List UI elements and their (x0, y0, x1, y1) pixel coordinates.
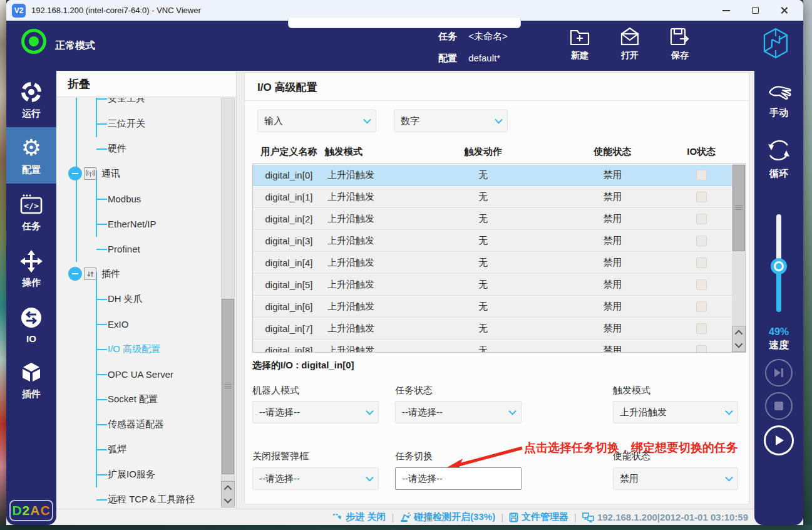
tree-item[interactable]: ExIO (56, 311, 220, 336)
io-state-checkbox[interactable] (696, 214, 707, 224)
save-button[interactable]: 保存 (657, 26, 702, 61)
cycle-mode-button[interactable]: 循环 (754, 137, 803, 180)
stop-icon (774, 401, 784, 411)
tree-item[interactable]: 传感器适配器 (56, 412, 220, 437)
io-direction-select[interactable]: 输入 (257, 110, 376, 132)
tree-item-label: Socket 配置 (108, 393, 158, 405)
speed-slider[interactable] (754, 214, 803, 312)
cell-trigger-mode: 上升沿触发 (325, 252, 411, 273)
io-state-checkbox[interactable] (696, 192, 707, 202)
file-manager-button[interactable]: 文件管理器 (509, 511, 568, 523)
nav-item-config[interactable]: ⚙ 配置 (6, 127, 56, 184)
collapse-toggle-icon[interactable] (68, 167, 82, 180)
table-row[interactable]: digital_in[0] 上升沿触发 无 禁用 (253, 164, 732, 186)
task-code-icon: </> (19, 192, 44, 217)
cell-trigger-mode: 上升沿触发 (325, 164, 411, 185)
step-play-button[interactable] (765, 359, 793, 387)
connection-status[interactable]: 192.168.1.200|2012-01-01 03:10:59 (582, 512, 748, 522)
tree-item[interactable]: EtherNet/IP (56, 211, 220, 236)
cell-trigger-action: 无 (411, 230, 555, 251)
vnc-toolbar-tab[interactable] (288, 18, 521, 28)
play-button[interactable] (764, 425, 794, 455)
table-row[interactable]: digital_in[8] 上升沿触发 无 禁用 (253, 340, 732, 353)
robot-mode-select[interactable]: --请选择-- (252, 401, 379, 423)
tree-item[interactable]: 扩展IO服务 (56, 462, 220, 487)
nav-item-run[interactable]: 运行 (6, 71, 56, 127)
config-name-value: default* (468, 53, 500, 63)
cell-io-name: digital_in[0] (253, 164, 325, 185)
io-state-checkbox[interactable] (696, 279, 707, 290)
minimize-button[interactable] (712, 0, 741, 21)
scroll-up-icon[interactable] (222, 482, 234, 494)
nav-item-task[interactable]: </> 任务 (6, 184, 56, 240)
table-row[interactable]: digital_in[6] 上升沿触发 无 禁用 (253, 296, 732, 318)
scroll-down-icon[interactable] (222, 494, 234, 507)
scroll-up-icon[interactable] (732, 326, 745, 339)
tree-item[interactable]: 通讯 (56, 161, 220, 186)
new-button[interactable]: 新建 (557, 26, 602, 61)
tree-item[interactable]: Modbus (56, 186, 220, 211)
table-scrollbar-thumb[interactable] (732, 165, 745, 251)
table-row[interactable]: digital_in[4] 上升沿触发 无 禁用 (253, 252, 732, 274)
scroll-down-icon[interactable] (732, 339, 745, 351)
nav-item-io[interactable]: IO (6, 296, 56, 351)
tree-item[interactable]: 三位开关 (56, 111, 220, 136)
tree-node-icon (84, 268, 96, 280)
stop-button[interactable] (765, 392, 793, 420)
table-row[interactable]: digital_in[3] 上升沿触发 无 禁用 (253, 230, 732, 252)
step-mode-status[interactable]: 步进 关闭 (332, 511, 386, 523)
tree-scrollbar-thumb[interactable] (222, 299, 234, 474)
separator: | (574, 512, 577, 522)
collapse-all-button[interactable]: 折叠 (56, 71, 236, 97)
table-row[interactable]: digital_in[7] 上升沿触发 无 禁用 (253, 318, 732, 340)
table-row[interactable]: digital_in[2] 上升沿触发 无 禁用 (253, 208, 732, 230)
cell-trigger-mode: 上升沿触发 (325, 296, 411, 317)
collision-detect-status[interactable]: 碰撞检测开启(33%) (399, 511, 495, 523)
io-state-checkbox[interactable] (696, 170, 707, 180)
close-button[interactable] (769, 0, 798, 21)
tree-item-label: 硬件 (108, 143, 126, 155)
collapse-toggle-icon[interactable] (68, 267, 82, 281)
tree-item[interactable]: I/O 高级配置 (56, 336, 220, 361)
table-row[interactable]: digital_in[1] 上升沿触发 无 禁用 (253, 186, 732, 208)
tree-item[interactable]: DH 夹爪 (56, 286, 220, 311)
tree-item[interactable]: 插件 (56, 261, 220, 286)
enable-state-value: 禁用 (620, 473, 639, 485)
manual-mode-button[interactable]: 手动 (754, 71, 803, 119)
nav-item-plugin[interactable]: 插件 (6, 351, 56, 408)
table-row[interactable]: digital_in[5] 上升沿触发 无 禁用 (253, 274, 732, 296)
cell-trigger-mode: 上升沿触发 (325, 318, 411, 339)
tree-item[interactable]: 安全工具 (56, 98, 220, 111)
tree-item[interactable]: 硬件 (56, 136, 220, 161)
tree-item-label: Profinet (108, 244, 140, 254)
tree-item[interactable]: 弧焊 (56, 437, 220, 462)
brand-logo-icon (762, 27, 789, 62)
io-state-checkbox[interactable] (696, 323, 707, 334)
tree-item[interactable]: Socket 配置 (56, 387, 220, 412)
maximize-button[interactable] (741, 0, 769, 21)
trigger-mode-value: 上升沿触发 (620, 407, 667, 418)
task-switch-select[interactable]: --请选择-- (395, 467, 522, 490)
cell-enable-state: 禁用 (555, 230, 671, 251)
trigger-mode-select[interactable]: 上升沿触发 (613, 401, 738, 423)
tree-item[interactable]: 远程 TCP＆工具路径 (56, 487, 220, 509)
slider-handle[interactable] (771, 258, 787, 274)
tree-item[interactable]: OPC UA Server (56, 361, 220, 387)
io-type-select[interactable]: 数字 (394, 110, 508, 132)
io-state-checkbox[interactable] (696, 301, 707, 312)
tree-item[interactable]: Profinet (56, 236, 220, 261)
io-state-checkbox[interactable] (696, 345, 707, 353)
io-state-checkbox[interactable] (696, 257, 707, 268)
io-state-checkbox[interactable] (696, 236, 707, 246)
cell-trigger-action: 无 (411, 318, 555, 339)
cell-trigger-action: 无 (411, 274, 555, 295)
open-button[interactable]: 打开 (607, 26, 652, 61)
enable-state-select[interactable]: 禁用 (613, 467, 738, 490)
connection-label: 192.168.1.200|2012-01-01 03:10:59 (597, 512, 748, 522)
cell-trigger-action: 无 (411, 186, 555, 207)
left-nav-sidebar: 运行 ⚙ 配置 </> 任务 操作 (6, 71, 56, 525)
task-switch-value: --请选择-- (402, 473, 443, 485)
nav-item-operate[interactable]: 操作 (6, 240, 56, 296)
task-state-select[interactable]: --请选择-- (395, 401, 522, 423)
close-alarm-select[interactable]: --请选择-- (252, 467, 379, 490)
